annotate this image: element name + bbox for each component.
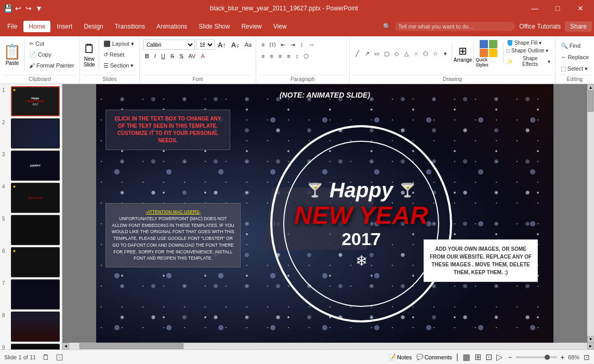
circle-design[interactable]: 🍸 Happy 🍸 NEW YEAR 2017 ❄ <box>262 115 460 333</box>
format-painter-btn[interactable]: 🖌 Format Painter <box>27 60 76 71</box>
slide-thumb-8[interactable]: 8 <box>2 312 60 342</box>
shape-circle[interactable]: ○ <box>412 49 421 58</box>
slide-thumb-2[interactable]: 2 <box>2 118 60 149</box>
view-reading-btn[interactable]: ⊡ <box>485 352 492 362</box>
shape-star[interactable]: ☆ <box>431 49 440 58</box>
align-center-btn[interactable]: ≡ <box>268 51 275 61</box>
convert-smartart-btn[interactable]: ⬡ <box>301 51 311 61</box>
shape-rect[interactable]: ▭ <box>373 49 382 58</box>
maximize-btn[interactable]: □ <box>548 0 567 17</box>
vscroll-up-btn[interactable]: ▲ <box>587 84 594 91</box>
red-instructions-box[interactable]: CLICK IN THE TEXT BOX TO CHANGE ANY OF T… <box>105 110 230 150</box>
reset-btn[interactable]: ↺ Reset <box>101 49 136 60</box>
menu-slideshow[interactable]: Slide Show <box>193 21 235 32</box>
copy-btn[interactable]: 📄 Copy <box>27 49 76 60</box>
menu-animations[interactable]: Animations <box>151 21 192 32</box>
office-tutorials[interactable]: Office Tutorials <box>519 23 561 30</box>
align-right-btn[interactable]: ≡ <box>276 51 284 61</box>
shape-rounded[interactable]: ▢ <box>382 49 391 58</box>
slide-preview-1[interactable]: ★ Happy NEW YEAR 2017 <box>11 86 60 116</box>
vscroll-track[interactable] <box>587 91 594 336</box>
paste-icon[interactable]: 📋 <box>3 43 21 60</box>
zoom-slider[interactable] <box>516 356 557 358</box>
select-btn[interactable]: ⬚ Select ▾ <box>559 63 590 74</box>
notes-btn[interactable]: 📝 Notes <box>389 354 412 360</box>
shape-more[interactable]: ▾ <box>441 49 450 58</box>
cols-btn[interactable]: ⫶ <box>298 39 306 50</box>
slide-thumb-7[interactable]: 7 <box>2 279 60 309</box>
font-color-btn[interactable]: A <box>199 51 206 61</box>
shape-triangle[interactable]: △ <box>402 49 411 58</box>
share-btn[interactable]: Share <box>565 21 592 32</box>
decrease-font-btn[interactable]: A↓ <box>229 39 242 50</box>
italic-btn[interactable]: I <box>152 51 158 61</box>
shape-fill-btn[interactable]: 🪣 Shape Fill ▾ <box>505 39 552 46</box>
justify-btn[interactable]: ≡ <box>285 51 292 61</box>
slide-thumb-6[interactable]: 6 ★ <box>2 247 60 277</box>
view-normal-icon[interactable]: ⊡ <box>56 352 63 363</box>
line-spacing-btn[interactable]: ↕ <box>294 51 301 61</box>
bullets-btn[interactable]: ≡ <box>259 39 267 50</box>
slide-thumb-4[interactable]: 4 ★ NEW YEAR <box>2 183 60 213</box>
slide-preview-4[interactable]: ★ NEW YEAR <box>11 183 60 213</box>
view-normal-btn[interactable]: ▦ <box>463 352 470 362</box>
view-grid-btn[interactable]: ⊞ <box>474 352 481 362</box>
spacing-btn[interactable]: AV <box>187 51 198 61</box>
quick-styles-btn[interactable]: Quick Styles <box>476 40 501 68</box>
new-slide-icon[interactable]: 🗒 <box>83 42 96 56</box>
image-instructions-box[interactable]: ADD YOUR OWN IMAGES, OR SOME FROM OUR WE… <box>424 239 538 282</box>
vscroll-down-btn[interactable]: ▼ <box>587 336 594 343</box>
slide-thumb-3[interactable]: 3 HAPPY <box>2 151 60 181</box>
menu-review[interactable]: Review <box>236 21 267 32</box>
slide-thumb-1[interactable]: 1 ★ Happy NEW YEAR 2017 <box>2 86 60 116</box>
undo-btn[interactable]: ↩ <box>15 5 22 12</box>
arrange-btn[interactable]: ⊞ Arrange <box>454 45 472 63</box>
increase-font-btn[interactable]: A↑ <box>216 39 228 50</box>
section-btn[interactable]: ☰ Section ▾ <box>101 60 136 71</box>
shape-arrow[interactable]: ↗ <box>363 49 372 58</box>
redo-btn[interactable]: ↪ <box>25 5 32 12</box>
menu-insert[interactable]: Insert <box>51 21 77 32</box>
slide-thumb-9[interactable]: 9 <box>2 344 60 349</box>
shape-diamond[interactable]: ◇ <box>392 49 401 58</box>
zoom-thumb[interactable] <box>545 355 550 360</box>
bold-btn[interactable]: B <box>143 51 151 61</box>
slide-preview-7[interactable] <box>11 279 60 309</box>
shape-line[interactable]: ╱ <box>353 49 362 58</box>
zoom-in-btn[interactable]: ＋ <box>559 353 566 362</box>
slide-preview-2[interactable] <box>11 118 60 149</box>
slide-preview-3[interactable]: HAPPY <box>11 151 60 181</box>
text-dir-btn[interactable]: ↔ <box>307 39 316 50</box>
mac-users-box[interactable]: -ATTENTION MAC USERS- UNFORTUNATELY POWE… <box>105 203 241 267</box>
shape-hexagon[interactable]: ⬡ <box>421 49 430 58</box>
find-btn[interactable]: 🔍 Find <box>559 41 583 51</box>
menu-view[interactable]: View <box>268 21 292 32</box>
font-size-select[interactable]: 18 <box>196 39 215 50</box>
outdent-btn[interactable]: ⇤ <box>279 39 287 50</box>
numbering-btn[interactable]: ⑴ <box>268 39 278 50</box>
slide-preview-8[interactable] <box>11 312 60 342</box>
vscroll-thumb[interactable] <box>588 91 593 112</box>
underline-btn[interactable]: U <box>159 51 167 61</box>
cut-btn[interactable]: ✂ Cut <box>27 38 76 49</box>
minimize-btn[interactable]: — <box>525 0 544 17</box>
hscroll-track[interactable] <box>69 343 587 349</box>
shadow-btn[interactable]: S <box>177 51 185 61</box>
hscroll-right-btn[interactable]: ► <box>587 343 594 349</box>
hscroll-left-btn[interactable]: ◄ <box>62 343 69 349</box>
zoom-out-btn[interactable]: － <box>507 353 513 362</box>
menu-design[interactable]: Design <box>78 21 108 32</box>
customize-btn[interactable]: ▼ <box>35 5 43 12</box>
shape-outline-btn[interactable]: □ Shape Outline ▾ <box>505 47 552 54</box>
close-btn[interactable]: ✕ <box>571 0 590 17</box>
shape-effects-btn[interactable]: ✨ Shape Effects ▾ <box>505 55 552 68</box>
save-btn[interactable]: 💾 <box>4 5 11 12</box>
menu-transitions[interactable]: Transitions <box>110 21 150 32</box>
menu-home[interactable]: Home <box>23 21 50 32</box>
indent-btn[interactable]: ⇥ <box>288 39 297 50</box>
view-slideshow-btn[interactable]: ▷ <box>496 352 503 362</box>
slide-preview-6[interactable]: ★ <box>11 247 60 277</box>
clear-format-btn[interactable]: Aa <box>243 39 254 50</box>
strikethrough-btn[interactable]: S <box>168 51 176 61</box>
font-family-select[interactable]: Calibri <box>143 39 195 50</box>
